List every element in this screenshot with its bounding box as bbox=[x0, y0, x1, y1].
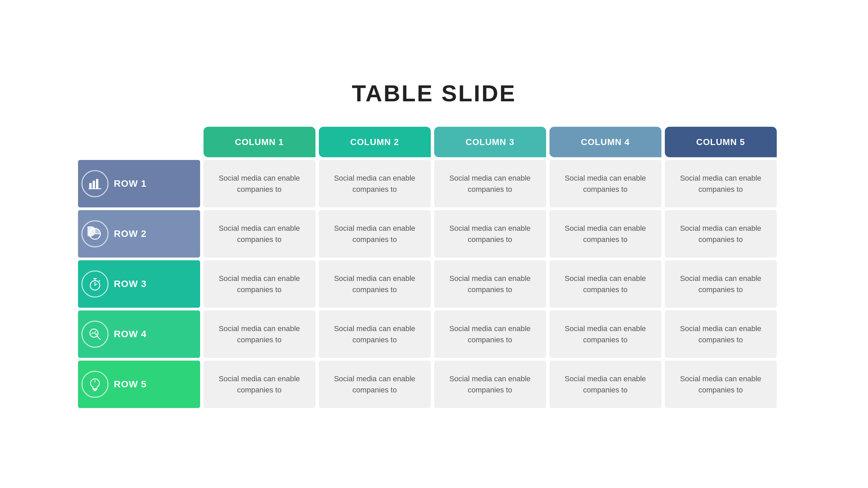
row-icon-analytics-search bbox=[81, 321, 109, 348]
col-header-4: COLUMN 4 bbox=[549, 127, 661, 157]
cell-r5-c4: Social media can enable companies to bbox=[549, 361, 661, 408]
cell-r1-c3: Social media can enable companies to bbox=[434, 160, 546, 207]
cell-r4-c5: Social media can enable companies to bbox=[665, 310, 777, 358]
cell-r5-c5: Social media can enable companies to bbox=[665, 361, 777, 408]
data-rows: ROW 1Social media can enable companies t… bbox=[78, 160, 790, 408]
row-icon-bar-chart bbox=[81, 170, 109, 197]
cell-r5-c2: Social media can enable companies to bbox=[319, 361, 431, 408]
cell-r5-c1: Social media can enable companies to bbox=[204, 361, 315, 408]
cell-r1-c4: Social media can enable companies to bbox=[549, 160, 661, 207]
cell-r4-c4: Social media can enable companies to bbox=[549, 310, 661, 358]
header-row: COLUMN 1COLUMN 2COLUMN 3COLUMN 4COLUMN 5 bbox=[204, 127, 790, 157]
row-label-1: ROW 1 bbox=[114, 178, 147, 189]
cell-r2-c2: Social media can enable companies to bbox=[319, 210, 431, 258]
row-header-3: ROW 3 bbox=[78, 260, 200, 308]
col-header-2: COLUMN 2 bbox=[319, 127, 431, 157]
cell-r2-c3: Social media can enable companies to bbox=[434, 210, 546, 258]
cell-r4-c1: Social media can enable companies to bbox=[204, 310, 315, 358]
svg-point-15 bbox=[95, 333, 97, 335]
col-header-5: COLUMN 5 bbox=[665, 127, 777, 157]
cell-r2-c4: Social media can enable companies to bbox=[549, 210, 661, 258]
svg-line-12 bbox=[99, 281, 100, 281]
row-header-4: ROW 4 bbox=[78, 310, 200, 358]
cell-r1-c1: Social media can enable companies to bbox=[204, 160, 315, 207]
cell-r2-c5: Social media can enable companies to bbox=[665, 210, 777, 258]
svg-rect-2 bbox=[96, 179, 98, 188]
table-container: COLUMN 1COLUMN 2COLUMN 3COLUMN 4COLUMN 5… bbox=[78, 127, 790, 408]
cell-r3-c2: Social media can enable companies to bbox=[319, 260, 431, 308]
row-icon-stopwatch bbox=[81, 270, 109, 298]
cell-r4-c3: Social media can enable companies to bbox=[434, 310, 546, 358]
cell-r3-c1: Social media can enable companies to bbox=[204, 260, 315, 308]
svg-rect-0 bbox=[89, 183, 92, 188]
col-header-1: COLUMN 1 bbox=[204, 127, 315, 157]
cell-r2-c1: Social media can enable companies to bbox=[204, 210, 315, 258]
cell-r5-c3: Social media can enable companies to bbox=[434, 361, 546, 408]
row-label-2: ROW 2 bbox=[114, 228, 147, 239]
slide-title: TABLE SLIDE bbox=[352, 80, 516, 106]
row-header-1: ROW 1 bbox=[78, 160, 200, 207]
cell-r1-c2: Social media can enable companies to bbox=[319, 160, 431, 207]
svg-line-14 bbox=[97, 336, 100, 340]
cell-r3-c3: Social media can enable companies to bbox=[434, 260, 546, 308]
row-icon-pie-chart bbox=[81, 220, 109, 247]
row-label-4: ROW 4 bbox=[114, 329, 147, 340]
data-row-1: ROW 1Social media can enable companies t… bbox=[78, 160, 790, 207]
data-row-4: ROW 4Social media can enable companies t… bbox=[78, 310, 790, 358]
cell-r3-c5: Social media can enable companies to bbox=[665, 260, 777, 308]
row-label-3: ROW 3 bbox=[114, 279, 147, 289]
row-icon-lightbulb bbox=[81, 371, 109, 398]
data-row-3: ROW 3Social media can enable companies t… bbox=[78, 260, 790, 308]
svg-rect-1 bbox=[93, 181, 95, 188]
row-label-5: ROW 5 bbox=[114, 379, 147, 390]
row-header-2: ROW 2 bbox=[78, 210, 200, 258]
data-row-5: ROW 5Social media can enable companies t… bbox=[78, 361, 790, 408]
cell-r4-c2: Social media can enable companies to bbox=[319, 310, 431, 358]
cell-r1-c5: Social media can enable companies to bbox=[665, 160, 777, 207]
col-header-3: COLUMN 3 bbox=[434, 127, 546, 157]
cell-r3-c4: Social media can enable companies to bbox=[549, 260, 661, 308]
data-row-2: ROW 2Social media can enable companies t… bbox=[78, 210, 790, 258]
row-header-5: ROW 5 bbox=[78, 361, 200, 408]
